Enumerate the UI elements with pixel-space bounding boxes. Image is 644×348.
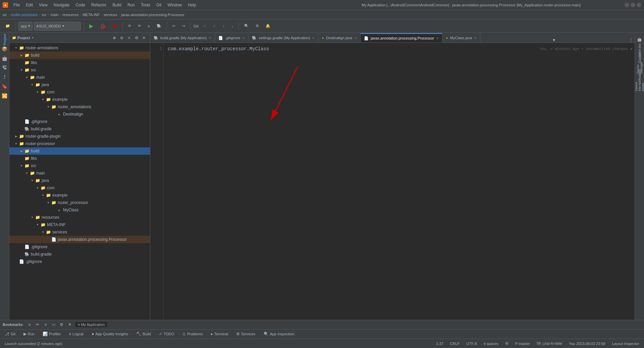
sync-btn[interactable]: ⟳: [125, 21, 134, 31]
tree-example-rp[interactable]: ▼ 📁 example: [9, 192, 150, 199]
bottom-app-inspection[interactable]: 🔍 App Inspection: [262, 331, 297, 337]
sidebar-resource[interactable]: 📦: [1, 45, 9, 53]
sidebar-android[interactable]: 🤖: [1, 54, 9, 62]
tab-close-javax[interactable]: ✕: [436, 37, 439, 40]
tree-gitignore-root[interactable]: ▶ 📄 .gitignore: [9, 258, 150, 265]
tree-gitignore-ra[interactable]: ▶ 📄 .gitignore: [9, 118, 150, 125]
sidebar-structure[interactable]: 🏗: [1, 64, 9, 72]
tab-settings-gradle[interactable]: 🐘 settings.gradle (My Application) ✕: [249, 33, 318, 43]
menu-code[interactable]: Code: [73, 2, 88, 8]
tab-myclass[interactable]: ● MyClass.java ✕: [442, 33, 480, 43]
bottom-build[interactable]: 🔨 Build: [134, 331, 153, 337]
menu-refactor[interactable]: Refactor: [89, 2, 109, 8]
tree-destinatign[interactable]: ▶ ● Destinatign: [9, 111, 150, 118]
tab-close-dest[interactable]: ✕: [354, 36, 357, 40]
elephant-btn[interactable]: 🐘: [154, 21, 164, 31]
undo-btn[interactable]: ↩: [170, 21, 178, 31]
menu-tools[interactable]: Tools: [138, 2, 153, 8]
breadcrumb-services[interactable]: services: [104, 13, 117, 17]
status-git-status[interactable]: 58 △/up-to-date: [535, 339, 564, 348]
tree-router-processor[interactable]: ▼ 📁 router-processor: [9, 140, 150, 147]
bottom-terminal[interactable]: ▸ Terminal: [209, 331, 230, 337]
device-dropdown[interactable]: ASUS_I003DD ▾: [34, 22, 81, 30]
status-position[interactable]: 1:37: [435, 339, 444, 348]
breadcrumb-router-processor[interactable]: router-processor: [11, 13, 38, 17]
tree-build-gradle-ra[interactable]: ▶ 🐘 build.gradle: [9, 125, 150, 133]
tree-build-ra[interactable]: ▶ 📁 build: [9, 52, 150, 59]
git-push-btn[interactable]: ↑: [220, 21, 227, 31]
bottom-app-quality[interactable]: ● App Quality Insights: [90, 331, 130, 337]
settings-button[interactable]: ⚙: [253, 21, 262, 31]
tab-close-gitignore[interactable]: ✕: [242, 36, 245, 40]
notifications-icon[interactable]: Notifications: [636, 73, 644, 81]
debug-button[interactable]: 🐞: [97, 21, 108, 31]
bookmarks-btn-settings[interactable]: ⚙: [58, 321, 65, 328]
breadcrumb-src[interactable]: src: [42, 13, 47, 17]
breadcrumb-on[interactable]: on: [3, 13, 7, 17]
minimize-button[interactable]: —: [625, 3, 629, 7]
status-indent[interactable]: 4 spaces: [482, 339, 500, 348]
tree-src-rp[interactable]: ▼ 📁 src: [9, 162, 150, 169]
menu-run[interactable]: Run: [125, 2, 138, 8]
sidebar-pull-requests[interactable]: ⤴: [1, 73, 9, 81]
status-git-branch[interactable]: P master: [514, 339, 531, 348]
tree-services[interactable]: ▼ 📁 services: [9, 228, 150, 236]
bottom-profiler[interactable]: 📊 Profiler: [41, 331, 63, 337]
maximize-button[interactable]: ❐: [631, 3, 635, 7]
tree-example-ra[interactable]: ▼ 📁 example: [9, 96, 150, 103]
breadcrumb-meta-inf[interactable]: META-INF: [83, 13, 100, 17]
tree-gitignore-rp[interactable]: ▶ 📄 .gitignore: [9, 243, 150, 251]
bottom-problems[interactable]: ⚠ Problems: [180, 331, 205, 337]
bookmarks-btn-1[interactable]: ≡: [26, 321, 33, 328]
tree-build-gradle-rp[interactable]: ▶ 🐘 build.gradle: [9, 251, 150, 258]
tree-libs-ra[interactable]: ▶ 📁 libs: [9, 59, 150, 66]
proj-gear-btn[interactable]: ⚙: [133, 34, 140, 41]
menu-view[interactable]: View: [36, 2, 50, 8]
bookmarks-btn-close[interactable]: ✕: [66, 321, 73, 328]
run-button[interactable]: ▶: [87, 21, 96, 31]
menu-window[interactable]: Window: [165, 2, 184, 8]
sidebar-bookmarks[interactable]: 🔖: [1, 82, 9, 90]
tree-com-rp[interactable]: ▼ 📁 com: [9, 184, 150, 192]
search-button[interactable]: 🔍: [241, 21, 252, 31]
tree-javax-processor[interactable]: ▶ 📄 javax.annotation.processing.Processo…: [9, 236, 150, 243]
tree-src-ra[interactable]: ▼ 📁 src: [9, 66, 150, 74]
sidebar-project[interactable]: Project: [1, 36, 9, 44]
tree-main-rp[interactable]: ▼ 📁 main: [9, 169, 150, 177]
toolbar-project-btn[interactable]: 📁: [3, 21, 13, 31]
sync2-btn[interactable]: ⟳: [135, 21, 144, 31]
tab-javax-processor[interactable]: 📄 javax.annotation.processing.Processor …: [361, 33, 442, 43]
tab-destinatign[interactable]: ● Destinatign.java ✕: [318, 33, 361, 43]
breadcrumb-javax[interactable]: javax.annotation.processing.Processor: [121, 13, 184, 17]
tree-libs-rp[interactable]: ▶ 📁 libs: [9, 155, 150, 162]
tree-main-ra[interactable]: ▼ 📁 main: [9, 74, 150, 81]
tab-close-gradle[interactable]: ✕: [209, 36, 211, 40]
bookmarks-btn-3[interactable]: ≡: [42, 321, 49, 328]
bottom-logcat[interactable]: ≡ Logcat: [67, 331, 86, 337]
git-check2-btn[interactable]: ✓: [210, 21, 219, 31]
breadcrumb-main[interactable]: main: [51, 13, 59, 17]
bottom-services[interactable]: ⚙ Services: [234, 331, 257, 337]
tree-router-processor-sub[interactable]: ▼ 📁 router_processor: [9, 199, 150, 206]
bottom-todo[interactable]: ✓ TODO: [157, 331, 176, 337]
close-button[interactable]: ✕: [637, 3, 641, 7]
menu-navigate[interactable]: Navigate: [51, 2, 72, 8]
status-settings-icon[interactable]: ⚙: [504, 339, 510, 348]
breadcrumb-resources[interactable]: resources: [62, 13, 78, 17]
proj-close-btn[interactable]: ✕: [141, 34, 147, 41]
status-encoding[interactable]: UTF-8: [465, 339, 478, 348]
menu-build[interactable]: Build: [110, 2, 124, 8]
git-pull-btn[interactable]: ↓: [228, 21, 236, 31]
tabs-more-btn[interactable]: ⋮: [627, 37, 635, 43]
dart-doc-icon[interactable]: dart.doc: [636, 45, 644, 53]
github-copilot-icon[interactable]: 🤖: [636, 36, 644, 44]
tree-build-rp[interactable]: ▶ 📁 build: [9, 147, 150, 155]
proj-scope-btn[interactable]: ⊕: [111, 34, 118, 41]
project-dropdown-icon[interactable]: ▾: [32, 36, 34, 40]
gradle-btn[interactable]: ≡: [145, 21, 152, 31]
menu-help[interactable]: Help: [185, 2, 199, 8]
tree-meta-inf[interactable]: ▼ 📁 META-INF: [9, 221, 150, 228]
tree-router-gradle-plugin[interactable]: ▶ 📁 router-gradle-plugin: [9, 133, 150, 140]
tree-java-ra[interactable]: ▼ 📁 java: [9, 81, 150, 88]
tab-close-myclass[interactable]: ✕: [474, 36, 477, 40]
